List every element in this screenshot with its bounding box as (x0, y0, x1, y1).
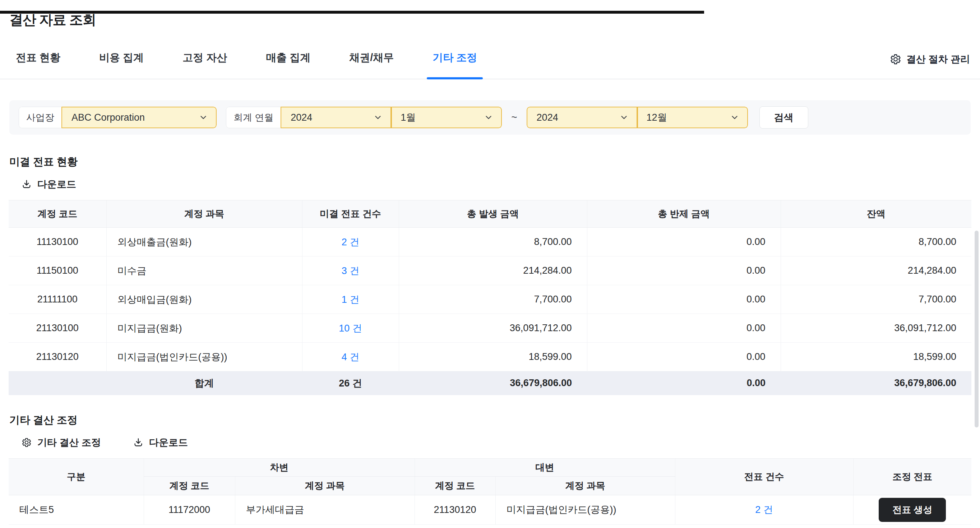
balance-amount: 7,700.00 (781, 285, 971, 314)
unsettled-section-title: 미결 전표 현황 (10, 155, 980, 169)
to-month-value: 12월 (647, 111, 667, 124)
from-month-select[interactable]: 1월 (391, 107, 502, 128)
incurred-amount: 18,599.00 (399, 343, 587, 371)
incurred-amount: 214,284.00 (399, 256, 587, 285)
open-count-link[interactable]: 1 건 (302, 285, 399, 314)
gear-icon (22, 437, 32, 447)
table-header-row: 계정 코드 계정 과목 미결 전표 건수 총 발생 금액 총 반제 금액 잔액 (9, 200, 971, 228)
search-button[interactable]: 검색 (759, 106, 808, 129)
to-month-select[interactable]: 12월 (637, 107, 748, 128)
business-site-label: 사업장 (19, 107, 61, 128)
open-count-link[interactable]: 10 건 (302, 314, 399, 343)
total-settled: 0.00 (587, 371, 781, 395)
business-site-value: ABC Corporation (72, 112, 145, 123)
balance-amount: 18,599.00 (781, 343, 971, 371)
adjustment-section-title: 기타 결산 조정 (10, 413, 980, 428)
adjustment-download-button[interactable]: 다운로드 (133, 436, 188, 449)
account-code: 11130100 (9, 228, 107, 256)
table-row: 21130120미지급금(법인카드(공용))4 건18,599.000.0018… (9, 343, 971, 371)
col-credit-name: 계정 과목 (495, 476, 675, 495)
unsettled-download-button[interactable]: 다운로드 (22, 178, 76, 191)
table-row: 21130100미지급금(원화)10 건36,091,712.000.0036,… (9, 314, 971, 343)
settlement-inquiry-page: 결산 자료 조회 전표 현황비용 집계고정 자산매출 집계채권/채무기타 조정 … (0, 11, 980, 528)
account-code: 11150100 (9, 256, 107, 285)
incurred-amount: 7,700.00 (399, 285, 587, 314)
open-count-link[interactable]: 3 건 (302, 256, 399, 285)
col-credit-group: 대변 (415, 458, 675, 476)
total-label: 합계 (107, 371, 302, 395)
col-account-code: 계정 코드 (9, 200, 107, 228)
adjustment-table: 구분 차변 대변 전표 건수 조정 전표 계정 코드 계정 과목 계정 코드 계… (9, 458, 971, 525)
chevron-down-icon (199, 113, 208, 122)
col-debit-code: 계정 코드 (144, 476, 235, 495)
tab-3[interactable]: 고정 자산 (177, 48, 233, 79)
col-open-count: 미결 전표 건수 (302, 200, 399, 228)
voucher-count-link[interactable]: 2 건 (675, 495, 853, 525)
download-icon (22, 179, 32, 189)
account-name: 미지급금(원화) (107, 314, 302, 343)
from-month-value: 1월 (401, 111, 416, 124)
to-year-select[interactable]: 2024 (527, 107, 637, 128)
from-year-value: 2024 (291, 112, 312, 123)
col-total-settled: 총 반제 금액 (587, 200, 781, 228)
adjust-voucher-cell: 전표 생성 (853, 495, 971, 525)
open-count-link[interactable]: 2 건 (302, 228, 399, 256)
account-name: 미수금 (107, 256, 302, 285)
tab-6[interactable]: 기타 조정 (427, 48, 483, 79)
settled-amount: 0.00 (587, 285, 781, 314)
unsettled-download-label: 다운로드 (37, 178, 76, 191)
table-row: 21111100외상매입금(원화)1 건7,700.000.007,700.00 (9, 285, 971, 314)
account-name: 외상매출금(원화) (107, 228, 302, 256)
create-voucher-button[interactable]: 전표 생성 (879, 498, 946, 522)
col-voucher-count: 전표 건수 (675, 458, 853, 495)
credit-account-name: 미지급금(법인카드(공용)) (495, 495, 675, 525)
filter-bar: 사업장 ABC Corporation 회계 연월 2024 1월 ~ 2024 (10, 100, 970, 135)
settled-amount: 0.00 (587, 314, 781, 343)
tab-4[interactable]: 매출 집계 (260, 48, 316, 79)
credit-account-code: 21130120 (415, 495, 495, 525)
incurred-amount: 36,091,712.00 (399, 314, 587, 343)
gear-icon (890, 54, 901, 65)
settlement-procedure-manage-button[interactable]: 결산 절차 관리 (890, 53, 970, 79)
tab-1[interactable]: 전표 현황 (10, 48, 66, 79)
account-code: 21111100 (9, 285, 107, 314)
total-count: 26 건 (302, 371, 399, 395)
business-site-select[interactable]: ABC Corporation (61, 107, 216, 128)
total-balance: 36,679,806.00 (781, 371, 971, 395)
fiscal-period-to-filter: 2024 12월 (527, 107, 748, 128)
tab-2[interactable]: 비용 집계 (94, 48, 150, 79)
col-gubun: 구분 (9, 458, 144, 495)
total-row: 합계 26 건 36,679,806.00 0.00 36,679,806.00 (9, 371, 971, 395)
settled-amount: 0.00 (587, 256, 781, 285)
total-empty-cell (9, 371, 107, 395)
vertical-scrollbar[interactable] (975, 231, 978, 428)
col-account-name: 계정 과목 (107, 200, 302, 228)
debit-account-name: 부가세대급금 (235, 495, 415, 525)
incurred-amount: 8,700.00 (399, 228, 587, 256)
account-code: 21130100 (9, 314, 107, 343)
open-count-link[interactable]: 4 건 (302, 343, 399, 371)
adjustment-settings-button[interactable]: 기타 결산 조정 (22, 436, 101, 449)
col-total-incurred: 총 발생 금액 (399, 200, 587, 228)
col-debit-group: 차변 (144, 458, 415, 476)
tab-bar: 전표 현황비용 집계고정 자산매출 집계채권/채무기타 조정 결산 절차 관리 (0, 48, 980, 80)
gubun-value: 테스트5 (9, 495, 144, 525)
balance-amount: 8,700.00 (781, 228, 971, 256)
table-row: 11150100미수금3 건214,284.000.00214,284.00 (9, 256, 971, 285)
table-row: 11130100외상매출금(원화)2 건8,700.000.008,700.00 (9, 228, 971, 256)
tab-5[interactable]: 채권/채무 (344, 48, 399, 79)
total-incurred: 36,679,806.00 (399, 371, 587, 395)
tabs: 전표 현황비용 집계고정 자산매출 집계채권/채무기타 조정 (10, 48, 483, 79)
col-debit-name: 계정 과목 (235, 476, 415, 495)
settled-amount: 0.00 (587, 228, 781, 256)
top-black-bar (0, 11, 704, 14)
adjustment-settings-label: 기타 결산 조정 (37, 436, 101, 449)
from-year-select[interactable]: 2024 (280, 107, 391, 128)
settled-amount: 0.00 (587, 343, 781, 371)
account-name: 외상매입금(원화) (107, 285, 302, 314)
balance-amount: 214,284.00 (781, 256, 971, 285)
fiscal-period-from-filter: 회계 연월 2024 1월 (226, 107, 502, 128)
chevron-down-icon (730, 113, 739, 122)
adjustment-row: 테스트511172000부가세대급금21130120미지급금(법인카드(공용))… (9, 495, 971, 525)
debit-account-code: 11172000 (144, 495, 235, 525)
